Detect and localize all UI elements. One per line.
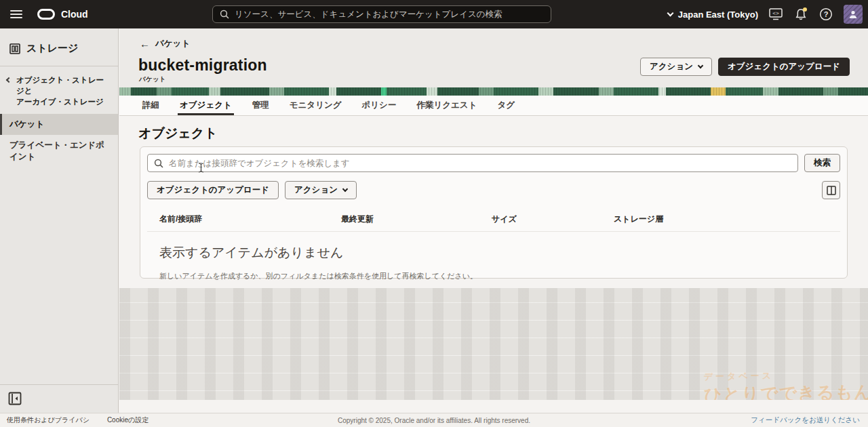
chevron-down-icon (342, 186, 348, 192)
watermark: データベース ひとりでできるもん (703, 368, 868, 400)
hamburger-menu-icon[interactable] (10, 10, 22, 18)
upload-objects-button[interactable]: オブジェクトのアップロード (718, 58, 850, 76)
object-search-input[interactable] (169, 159, 791, 168)
notification-dot (803, 7, 807, 12)
column-header-size[interactable]: サイズ (492, 214, 614, 225)
profile-avatar[interactable] (844, 5, 863, 24)
chevron-left-icon (6, 77, 12, 83)
upload-objects-button-secondary[interactable]: オブジェクトのアップロード (147, 181, 279, 199)
empty-state-title: 表示するアイテムがありません (159, 244, 840, 262)
sidebar-collapse-icon[interactable] (8, 392, 22, 405)
svg-text:<>: <> (772, 10, 779, 16)
table-header-row: 名前/接頭辞 最終更新 サイズ ストレージ層 (147, 214, 840, 232)
sidebar: ストレージ オブジェクト・ストレージと アーカイブ・ストレージ バケット プライ… (0, 28, 119, 413)
decorative-banner (119, 87, 868, 96)
global-search[interactable] (212, 5, 551, 23)
back-arrow-icon: ← (140, 39, 150, 49)
tab-monitoring[interactable]: モニタリング (290, 96, 342, 115)
tab-policies[interactable]: ポリシー (362, 96, 397, 115)
feedback-link[interactable]: フィードバックをお送りください (751, 415, 860, 425)
sidebar-title-label: ストレージ (26, 42, 78, 55)
page-title: bucket-migration (138, 56, 267, 75)
breadcrumb-back-link[interactable]: ← バケット (140, 38, 190, 49)
tab-work-requests[interactable]: 作業リクエスト (416, 96, 477, 115)
chevron-down-icon (667, 10, 673, 17)
copyright-text: Copyright © 2025, Oracle and/or its affi… (338, 417, 530, 424)
search-button[interactable]: 検索 (804, 154, 840, 172)
column-header-last-updated[interactable]: 最終更新 (341, 214, 492, 225)
empty-state-subtitle: 新しいアイテムを作成するか、別のフィルタまたは検索条件を使用して再検索してくださ… (159, 271, 840, 281)
column-settings-button[interactable] (822, 181, 840, 199)
sidebar-title: ストレージ (0, 28, 118, 66)
tab-tags[interactable]: タグ (497, 96, 515, 115)
cloud-shell-icon[interactable]: <> (768, 7, 783, 22)
page-background: データベース ひとりでできるもん (119, 288, 868, 400)
objects-card: 検索 オブジェクトのアップロード アクション 名前/接頭辞 最終更新 サイズ ス… (140, 146, 848, 279)
actions-dropdown-button[interactable]: アクション (640, 58, 712, 76)
brand[interactable]: Cloud (37, 9, 88, 20)
region-label: Japan East (Tokyo) (678, 9, 758, 20)
page-header: ← バケット bucket-migration バケット アクション オブジェク… (119, 28, 868, 87)
brand-name: Cloud (61, 9, 88, 20)
column-header-storage-tier[interactable]: ストレージ層 (614, 214, 840, 225)
help-icon[interactable]: ? (818, 7, 833, 22)
objects-section: オブジェクト 検索 オブジェクトのアップロード アクション (119, 117, 868, 288)
search-icon (154, 159, 163, 168)
tab-bar: 詳細 オブジェクト 管理 モニタリング ポリシー 作業リクエスト タグ (119, 96, 868, 116)
footer: 使用条件およびプライバシ Cookieの設定 Copyright © 2025,… (0, 413, 868, 427)
tab-objects[interactable]: オブジェクト (180, 96, 232, 115)
global-search-input[interactable] (235, 9, 544, 19)
page-subtitle: バケット (139, 75, 166, 84)
sidebar-item-buckets[interactable]: バケット (0, 114, 118, 135)
cookie-settings-link[interactable]: Cookieの設定 (107, 415, 149, 425)
tab-management[interactable]: 管理 (252, 96, 269, 115)
actions-dropdown-button-secondary[interactable]: アクション (285, 181, 357, 199)
sidebar-item-private-endpoints[interactable]: プライベート・エンドポイント (0, 135, 118, 167)
sidebar-back-group[interactable]: オブジェクト・ストレージと アーカイブ・ストレージ (0, 66, 118, 114)
breadcrumb-label: バケット (155, 38, 190, 49)
terms-privacy-link[interactable]: 使用条件およびプライバシ (7, 415, 90, 425)
region-selector[interactable]: Japan East (Tokyo) (668, 9, 758, 20)
object-search[interactable] (147, 154, 798, 172)
tab-details[interactable]: 詳細 (142, 96, 159, 115)
chevron-down-icon (698, 63, 703, 68)
svg-text:?: ? (824, 10, 829, 18)
column-header-name[interactable]: 名前/接頭辞 (159, 214, 341, 225)
storage-icon (9, 43, 20, 54)
search-icon (220, 9, 229, 19)
main-area: ← バケット bucket-migration バケット アクション オブジェク… (119, 28, 868, 413)
topbar: Cloud Japan East (Tokyo) <> ? (0, 0, 868, 28)
divider (0, 384, 118, 385)
section-title: オブジェクト (138, 125, 218, 142)
notifications-bell-icon[interactable] (793, 7, 808, 22)
oracle-logo-icon (37, 9, 55, 20)
sidebar-back-label: オブジェクト・ストレージと アーカイブ・ストレージ (16, 75, 111, 107)
